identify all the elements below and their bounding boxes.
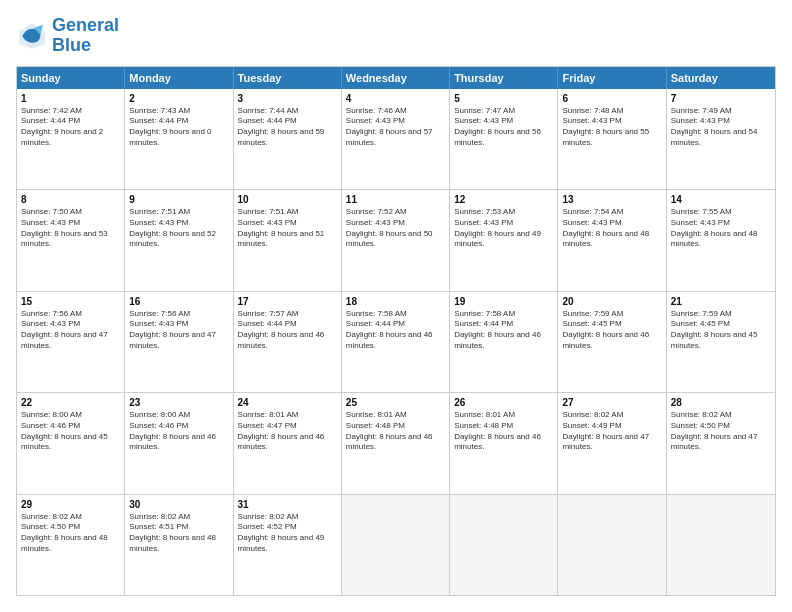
header-wednesday: Wednesday: [342, 67, 450, 89]
logo-icon: [16, 20, 48, 52]
day-number-3: 3: [238, 92, 337, 105]
day-cell-9: 9Sunrise: 7:51 AMSunset: 4:43 PMDaylight…: [125, 190, 233, 290]
day-cell-2: 2Sunrise: 7:43 AMSunset: 4:44 PMDaylight…: [125, 89, 233, 189]
day-info-17: Sunrise: 7:57 AMSunset: 4:44 PMDaylight:…: [238, 309, 337, 352]
day-cell-22: 22Sunrise: 8:00 AMSunset: 4:46 PMDayligh…: [17, 393, 125, 493]
day-number-18: 18: [346, 295, 445, 308]
day-info-25: Sunrise: 8:01 AMSunset: 4:48 PMDaylight:…: [346, 410, 445, 453]
week-row-2: 8Sunrise: 7:50 AMSunset: 4:43 PMDaylight…: [17, 190, 775, 291]
week-row-3: 15Sunrise: 7:56 AMSunset: 4:43 PMDayligh…: [17, 292, 775, 393]
day-cell-1: 1Sunrise: 7:42 AMSunset: 4:44 PMDaylight…: [17, 89, 125, 189]
day-number-7: 7: [671, 92, 771, 105]
day-info-24: Sunrise: 8:01 AMSunset: 4:47 PMDaylight:…: [238, 410, 337, 453]
day-info-2: Sunrise: 7:43 AMSunset: 4:44 PMDaylight:…: [129, 106, 228, 149]
day-cell-27: 27Sunrise: 8:02 AMSunset: 4:49 PMDayligh…: [558, 393, 666, 493]
day-info-31: Sunrise: 8:02 AMSunset: 4:52 PMDaylight:…: [238, 512, 337, 555]
day-info-7: Sunrise: 7:49 AMSunset: 4:43 PMDaylight:…: [671, 106, 771, 149]
day-number-19: 19: [454, 295, 553, 308]
day-cell-14: 14Sunrise: 7:55 AMSunset: 4:43 PMDayligh…: [667, 190, 775, 290]
day-number-24: 24: [238, 396, 337, 409]
day-cell-30: 30Sunrise: 8:02 AMSunset: 4:51 PMDayligh…: [125, 495, 233, 595]
day-info-8: Sunrise: 7:50 AMSunset: 4:43 PMDaylight:…: [21, 207, 120, 250]
calendar-header: SundayMondayTuesdayWednesdayThursdayFrid…: [17, 67, 775, 89]
day-info-19: Sunrise: 7:58 AMSunset: 4:44 PMDaylight:…: [454, 309, 553, 352]
day-cell-18: 18Sunrise: 7:58 AMSunset: 4:44 PMDayligh…: [342, 292, 450, 392]
day-number-9: 9: [129, 193, 228, 206]
day-number-12: 12: [454, 193, 553, 206]
day-cell-24: 24Sunrise: 8:01 AMSunset: 4:47 PMDayligh…: [234, 393, 342, 493]
day-info-23: Sunrise: 8:00 AMSunset: 4:46 PMDaylight:…: [129, 410, 228, 453]
day-info-15: Sunrise: 7:56 AMSunset: 4:43 PMDaylight:…: [21, 309, 120, 352]
day-cell-15: 15Sunrise: 7:56 AMSunset: 4:43 PMDayligh…: [17, 292, 125, 392]
day-number-22: 22: [21, 396, 120, 409]
day-info-5: Sunrise: 7:47 AMSunset: 4:43 PMDaylight:…: [454, 106, 553, 149]
page: General Blue SundayMondayTuesdayWednesda…: [0, 0, 792, 612]
week-row-1: 1Sunrise: 7:42 AMSunset: 4:44 PMDaylight…: [17, 89, 775, 190]
day-info-30: Sunrise: 8:02 AMSunset: 4:51 PMDaylight:…: [129, 512, 228, 555]
day-number-11: 11: [346, 193, 445, 206]
day-info-21: Sunrise: 7:59 AMSunset: 4:45 PMDaylight:…: [671, 309, 771, 352]
day-number-1: 1: [21, 92, 120, 105]
day-info-14: Sunrise: 7:55 AMSunset: 4:43 PMDaylight:…: [671, 207, 771, 250]
day-info-13: Sunrise: 7:54 AMSunset: 4:43 PMDaylight:…: [562, 207, 661, 250]
day-cell-20: 20Sunrise: 7:59 AMSunset: 4:45 PMDayligh…: [558, 292, 666, 392]
day-cell-26: 26Sunrise: 8:01 AMSunset: 4:48 PMDayligh…: [450, 393, 558, 493]
day-number-15: 15: [21, 295, 120, 308]
day-cell-17: 17Sunrise: 7:57 AMSunset: 4:44 PMDayligh…: [234, 292, 342, 392]
logo-text: General Blue: [52, 16, 119, 56]
day-cell-21: 21Sunrise: 7:59 AMSunset: 4:45 PMDayligh…: [667, 292, 775, 392]
day-cell-28: 28Sunrise: 8:02 AMSunset: 4:50 PMDayligh…: [667, 393, 775, 493]
day-number-23: 23: [129, 396, 228, 409]
day-number-2: 2: [129, 92, 228, 105]
day-cell-12: 12Sunrise: 7:53 AMSunset: 4:43 PMDayligh…: [450, 190, 558, 290]
empty-cell: [558, 495, 666, 595]
day-cell-29: 29Sunrise: 8:02 AMSunset: 4:50 PMDayligh…: [17, 495, 125, 595]
day-cell-13: 13Sunrise: 7:54 AMSunset: 4:43 PMDayligh…: [558, 190, 666, 290]
day-cell-3: 3Sunrise: 7:44 AMSunset: 4:44 PMDaylight…: [234, 89, 342, 189]
day-number-8: 8: [21, 193, 120, 206]
day-cell-25: 25Sunrise: 8:01 AMSunset: 4:48 PMDayligh…: [342, 393, 450, 493]
day-number-14: 14: [671, 193, 771, 206]
day-cell-11: 11Sunrise: 7:52 AMSunset: 4:43 PMDayligh…: [342, 190, 450, 290]
day-number-31: 31: [238, 498, 337, 511]
day-number-5: 5: [454, 92, 553, 105]
day-info-27: Sunrise: 8:02 AMSunset: 4:49 PMDaylight:…: [562, 410, 661, 453]
week-row-5: 29Sunrise: 8:02 AMSunset: 4:50 PMDayligh…: [17, 495, 775, 595]
day-info-29: Sunrise: 8:02 AMSunset: 4:50 PMDaylight:…: [21, 512, 120, 555]
header-thursday: Thursday: [450, 67, 558, 89]
day-cell-16: 16Sunrise: 7:56 AMSunset: 4:43 PMDayligh…: [125, 292, 233, 392]
day-cell-23: 23Sunrise: 8:00 AMSunset: 4:46 PMDayligh…: [125, 393, 233, 493]
header-saturday: Saturday: [667, 67, 775, 89]
day-info-28: Sunrise: 8:02 AMSunset: 4:50 PMDaylight:…: [671, 410, 771, 453]
day-info-6: Sunrise: 7:48 AMSunset: 4:43 PMDaylight:…: [562, 106, 661, 149]
day-number-25: 25: [346, 396, 445, 409]
day-cell-8: 8Sunrise: 7:50 AMSunset: 4:43 PMDaylight…: [17, 190, 125, 290]
day-info-12: Sunrise: 7:53 AMSunset: 4:43 PMDaylight:…: [454, 207, 553, 250]
week-row-4: 22Sunrise: 8:00 AMSunset: 4:46 PMDayligh…: [17, 393, 775, 494]
day-cell-5: 5Sunrise: 7:47 AMSunset: 4:43 PMDaylight…: [450, 89, 558, 189]
day-cell-19: 19Sunrise: 7:58 AMSunset: 4:44 PMDayligh…: [450, 292, 558, 392]
header: General Blue: [16, 16, 776, 56]
day-info-22: Sunrise: 8:00 AMSunset: 4:46 PMDaylight:…: [21, 410, 120, 453]
header-friday: Friday: [558, 67, 666, 89]
day-number-30: 30: [129, 498, 228, 511]
day-info-11: Sunrise: 7:52 AMSunset: 4:43 PMDaylight:…: [346, 207, 445, 250]
day-cell-10: 10Sunrise: 7:51 AMSunset: 4:43 PMDayligh…: [234, 190, 342, 290]
day-info-3: Sunrise: 7:44 AMSunset: 4:44 PMDaylight:…: [238, 106, 337, 149]
empty-cell: [450, 495, 558, 595]
day-info-4: Sunrise: 7:46 AMSunset: 4:43 PMDaylight:…: [346, 106, 445, 149]
day-info-20: Sunrise: 7:59 AMSunset: 4:45 PMDaylight:…: [562, 309, 661, 352]
empty-cell: [667, 495, 775, 595]
day-cell-6: 6Sunrise: 7:48 AMSunset: 4:43 PMDaylight…: [558, 89, 666, 189]
logo: General Blue: [16, 16, 119, 56]
day-number-6: 6: [562, 92, 661, 105]
header-monday: Monday: [125, 67, 233, 89]
day-number-21: 21: [671, 295, 771, 308]
day-info-10: Sunrise: 7:51 AMSunset: 4:43 PMDaylight:…: [238, 207, 337, 250]
day-number-28: 28: [671, 396, 771, 409]
empty-cell: [342, 495, 450, 595]
day-info-9: Sunrise: 7:51 AMSunset: 4:43 PMDaylight:…: [129, 207, 228, 250]
day-number-13: 13: [562, 193, 661, 206]
day-number-26: 26: [454, 396, 553, 409]
calendar-body: 1Sunrise: 7:42 AMSunset: 4:44 PMDaylight…: [17, 89, 775, 595]
